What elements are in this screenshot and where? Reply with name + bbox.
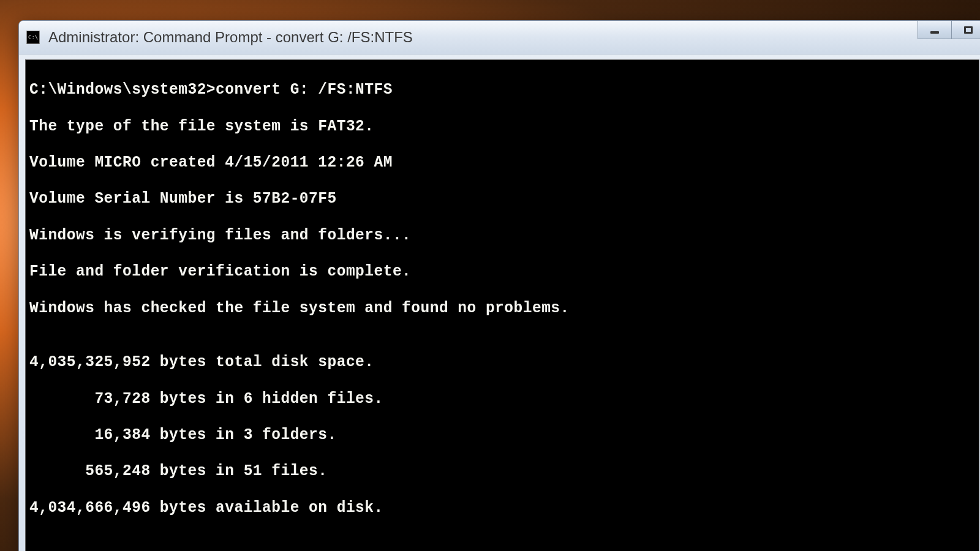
output-line: 4,035,325,952 bytes total disk space.	[29, 353, 975, 372]
prompt-line: C:\Windows\system32>convert G: /FS:NTFS	[29, 81, 975, 99]
prompt-path: C:\Windows\system32>	[29, 81, 216, 99]
console-output[interactable]: C:\Windows\system32>convert G: /FS:NTFS …	[25, 59, 979, 551]
output-line: 565,248 bytes in 51 files.	[29, 462, 975, 480]
titlebar[interactable]: C:\ Administrator: Command Prompt - conv…	[19, 21, 980, 54]
maximize-icon	[964, 26, 973, 34]
minimize-button[interactable]	[918, 21, 952, 39]
command-text: convert G: /FS:NTFS	[216, 81, 393, 99]
maximize-button[interactable]	[951, 21, 980, 39]
minimize-icon	[930, 31, 939, 34]
output-line: 16,384 bytes in 3 folders.	[29, 425, 975, 444]
output-line: 73,728 bytes in 6 hidden files.	[29, 389, 975, 408]
output-line: 4,034,666,496 bytes available on disk.	[29, 498, 975, 517]
window-title: Administrator: Command Prompt - convert …	[48, 29, 978, 46]
command-prompt-window: C:\ Administrator: Command Prompt - conv…	[18, 20, 980, 551]
window-controls	[918, 21, 980, 39]
output-line: Volume MICRO created 4/15/2011 12:26 AM	[29, 154, 975, 172]
output-line: File and folder verification is complete…	[29, 262, 975, 280]
output-line: Windows is verifying files and folders..…	[29, 226, 975, 244]
output-line: Windows has checked the file system and …	[29, 299, 975, 317]
output-line: Volume Serial Number is 57B2-07F5	[29, 190, 975, 208]
output-line: The type of the file system is FAT32.	[29, 117, 975, 135]
cmd-icon: C:\	[26, 31, 40, 44]
